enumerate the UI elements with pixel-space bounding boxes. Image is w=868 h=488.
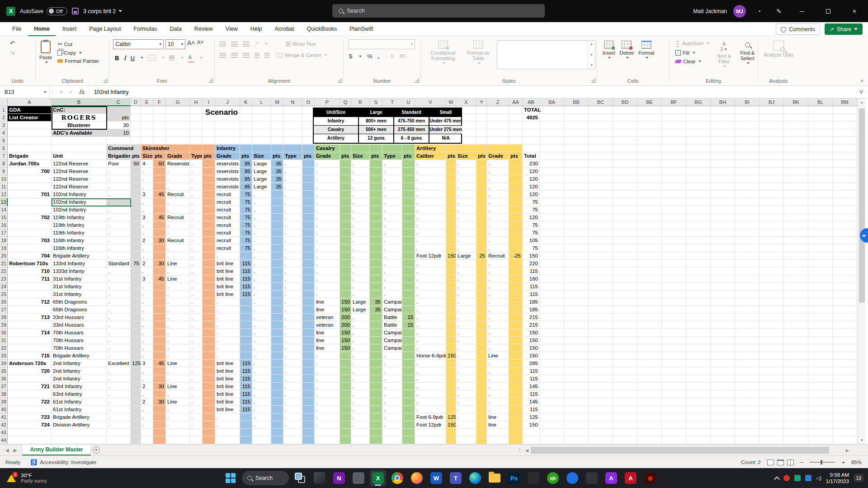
cell-A4[interactable]: [8, 129, 52, 137]
cell-BH30[interactable]: [711, 329, 735, 337]
cell-E32[interactable]: .: [141, 344, 153, 352]
column-header-BB[interactable]: BB: [564, 99, 589, 106]
column-header-BG[interactable]: BG: [686, 99, 711, 106]
cell-Z35[interactable]: .: [487, 367, 509, 375]
cell-S40[interactable]: [370, 406, 382, 413]
cell-Z29[interactable]: .: [487, 321, 509, 329]
row-header-8[interactable]: 8: [0, 160, 8, 168]
cell-N19[interactable]: .: [283, 244, 302, 252]
cell-BL34[interactable]: [808, 360, 833, 367]
cell-BE38[interactable]: [637, 390, 662, 398]
cell-E38[interactable]: .: [141, 390, 153, 398]
cell-C11[interactable]: .: [107, 183, 131, 191]
cell-Z10[interactable]: .: [487, 175, 509, 183]
cell-B9[interactable]: 122nd Reserve: [52, 168, 107, 175]
cell-E8[interactable]: 4: [141, 160, 153, 168]
cell-T29[interactable]: Battle: [382, 321, 402, 329]
cell-BJ38[interactable]: [760, 390, 784, 398]
cell-BL1[interactable]: [808, 106, 833, 114]
cell-AA11[interactable]: [509, 183, 523, 191]
cell-BJ30[interactable]: [760, 329, 784, 337]
cell-D15[interactable]: [131, 214, 141, 221]
cell-H39[interactable]: .: [190, 398, 203, 406]
cell-J18[interactable]: recruit: [215, 237, 240, 244]
cell-Q10[interactable]: [340, 175, 351, 183]
cell-BG5[interactable]: [686, 137, 711, 145]
cell-BI12[interactable]: [735, 191, 760, 198]
cell-B38[interactable]: 63rd Infantry: [52, 390, 107, 398]
cell-X18[interactable]: .: [456, 237, 476, 244]
cell-G17[interactable]: .: [166, 229, 190, 237]
row-header-25[interactable]: 25: [0, 291, 8, 298]
cell-K24[interactable]: 115: [240, 283, 252, 291]
cell-Z18[interactable]: .: [487, 237, 509, 244]
cell-N8[interactable]: .: [283, 160, 302, 168]
cell-BC25[interactable]: [589, 291, 613, 298]
cell-B5[interactable]: [52, 137, 107, 145]
cell-BG7[interactable]: [686, 152, 711, 160]
cell-U29[interactable]: 15: [402, 321, 415, 329]
cell-R38[interactable]: .: [351, 390, 370, 398]
cell-B32[interactable]: 70th Hussars: [52, 344, 107, 352]
cell-B29[interactable]: 33rd Hussars: [52, 321, 107, 329]
italic-button[interactable]: I: [123, 55, 126, 61]
cell-BI16[interactable]: [735, 221, 760, 229]
cell-L19[interactable]: .: [252, 244, 271, 252]
cell-BA34[interactable]: [540, 360, 564, 367]
cell-C26[interactable]: .: [107, 298, 131, 306]
cell-BD6[interactable]: [613, 145, 637, 152]
cell-J41[interactable]: .: [215, 413, 240, 421]
cell-BE28[interactable]: [637, 314, 662, 321]
cell-U17[interactable]: [402, 229, 415, 237]
cell-BJ15[interactable]: [760, 214, 784, 221]
cell-T10[interactable]: .: [382, 175, 402, 183]
tab-scroll-grip[interactable]: ⁞: [519, 445, 520, 456]
cell-V26[interactable]: .: [415, 298, 446, 306]
cell-Z23[interactable]: .: [487, 275, 509, 283]
cell-Q26[interactable]: 150: [340, 298, 351, 306]
cell-S36[interactable]: [370, 375, 382, 383]
cell-Y4[interactable]: [476, 129, 487, 137]
cell-BL15[interactable]: [808, 214, 833, 221]
cell-BF31[interactable]: [662, 337, 686, 344]
cell-BE11[interactable]: [637, 183, 662, 191]
cell-D27[interactable]: [131, 306, 141, 314]
cell-BI3[interactable]: [735, 122, 760, 129]
cell-G37[interactable]: Line: [166, 383, 190, 390]
cell-BJ26[interactable]: [760, 298, 784, 306]
cell-G8[interactable]: Reservists: [166, 160, 190, 168]
cell-M5[interactable]: [271, 137, 283, 145]
cell-R29[interactable]: .: [351, 321, 370, 329]
cell-BA1[interactable]: [540, 106, 564, 114]
avatar[interactable]: MJ: [733, 5, 746, 18]
cell-BF27[interactable]: [662, 306, 686, 314]
cell-AA2[interactable]: [509, 114, 523, 122]
cell-BM34[interactable]: [833, 360, 857, 367]
cell-BE3[interactable]: [637, 122, 662, 129]
volume-icon[interactable]: ◁): [816, 475, 821, 481]
cell-A25[interactable]: [8, 291, 52, 298]
cell-D1[interactable]: [131, 106, 141, 114]
cell-BB23[interactable]: [564, 275, 589, 283]
column-header-X[interactable]: X: [456, 99, 476, 106]
cell-R23[interactable]: .: [351, 275, 370, 283]
cell-P7[interactable]: Grade: [315, 152, 340, 160]
cell-H44[interactable]: [190, 436, 203, 444]
cell-BK36[interactable]: [784, 375, 808, 383]
cell-A23[interactable]: 711: [8, 275, 52, 283]
cell-H31[interactable]: .: [190, 337, 203, 344]
align-center-icon[interactable]: [231, 53, 238, 58]
cell-A22[interactable]: 710: [8, 267, 52, 275]
cell-BA39[interactable]: [540, 398, 564, 406]
cell-BA25[interactable]: [540, 291, 564, 298]
cell-Z43[interactable]: [487, 429, 509, 436]
cell-Q38[interactable]: [340, 390, 351, 398]
cell-BI43[interactable]: [735, 429, 760, 436]
cell-N20[interactable]: .: [283, 252, 302, 260]
cell-Z12[interactable]: .: [487, 191, 509, 198]
cell-J30[interactable]: .: [215, 329, 240, 337]
tray-app-icon-green[interactable]: [794, 475, 801, 481]
cell-BI23[interactable]: [735, 275, 760, 283]
cell-S15[interactable]: [370, 214, 382, 221]
fill-button[interactable]: ↓Fill: [674, 49, 711, 56]
